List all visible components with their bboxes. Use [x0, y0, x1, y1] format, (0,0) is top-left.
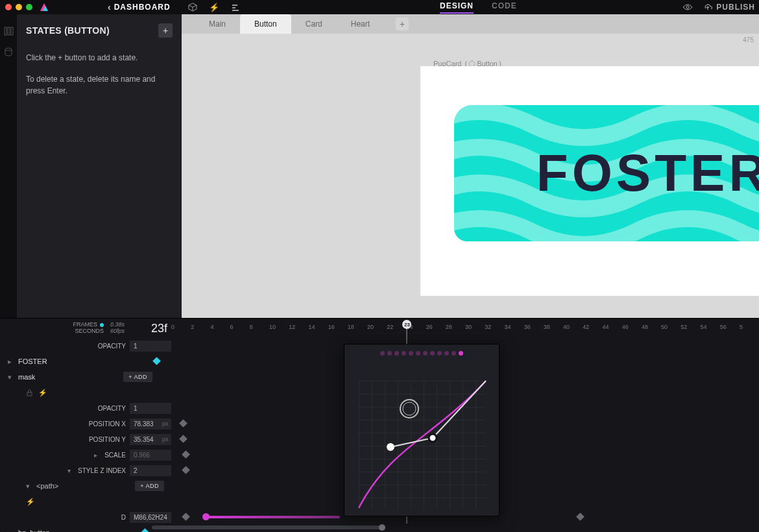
tab-heart[interactable]: Heart [337, 14, 384, 34]
dashboard-label: DASHBOARD [114, 3, 171, 12]
chevron-right-icon: ▸ [8, 357, 14, 366]
curve-preset-dots[interactable] [380, 351, 463, 356]
ruler-tick: 26 [426, 319, 446, 338]
ruler-tick: 48 [642, 319, 661, 338]
close-icon[interactable] [5, 4, 12, 10]
current-frame: 23f [130, 322, 171, 335]
keyframe[interactable] [179, 435, 187, 443]
ruler-tick: 4 [210, 319, 230, 338]
toolbar-icons: ⚡ [188, 3, 240, 12]
prop-posx-label: POSITION X [89, 420, 126, 428]
keyframe[interactable] [182, 450, 190, 459]
ruler-tick: 32 [485, 319, 504, 338]
minimize-icon[interactable] [16, 4, 22, 10]
ruler-tick: 38 [544, 319, 563, 338]
align-icon[interactable] [231, 3, 240, 12]
lock-icon[interactable] [26, 389, 33, 396]
ruler-tick: 56 [720, 319, 740, 338]
tab-main[interactable]: Main [195, 14, 240, 34]
tab-card[interactable]: Card [291, 14, 337, 34]
tab-button[interactable]: Button [240, 14, 291, 34]
ruler-tick: 52 [681, 319, 700, 338]
ruler-tick: 2 [191, 319, 210, 338]
zoom-icon[interactable] [26, 4, 32, 10]
curve-grid[interactable] [359, 381, 486, 508]
svg-rect-0 [232, 5, 237, 6]
svg-rect-5 [8, 27, 10, 35]
publish-button[interactable]: PUBLISH [703, 3, 755, 12]
foster-button-label: FOSTER [454, 105, 759, 241]
ruler-tick: 50 [661, 319, 681, 338]
ruler-tick: 16 [328, 319, 348, 338]
ruler-tick: 0 [171, 319, 191, 338]
seconds-label: SECONDS [75, 328, 104, 335]
svg-rect-4 [5, 27, 6, 35]
tab-code[interactable]: CODE [492, 1, 517, 14]
add-keyframe-button[interactable]: + ADD [135, 481, 164, 491]
control-point-p2[interactable] [429, 434, 437, 442]
chevron-right-icon: ▸ [8, 529, 14, 533]
artboard[interactable]: FOSTER [420, 66, 759, 296]
chevron-right-icon[interactable]: ▸ [94, 452, 101, 459]
scrollbar-thumb[interactable] [152, 526, 383, 529]
ruler-tick: 54 [700, 319, 719, 338]
dashboard-button[interactable]: ‹ DASHBOARD [108, 2, 171, 12]
cloud-up-icon [703, 3, 712, 12]
cube-icon[interactable] [188, 3, 197, 12]
zindex-input[interactable] [130, 465, 171, 476]
help-text-2: To delete a state, delete its name and p… [26, 73, 173, 97]
scale-input[interactable] [130, 450, 171, 461]
help-text-1: Click the + button to add a state. [26, 52, 173, 64]
playhead[interactable]: 23 [402, 320, 411, 329]
database-icon[interactable] [3, 47, 14, 57]
ruler-tick: 18 [348, 319, 367, 338]
ruler-tick: 10 [269, 319, 289, 338]
prop-d-label: D [121, 514, 126, 521]
add-state-button[interactable]: + [158, 23, 173, 38]
keyframe[interactable] [576, 513, 584, 521]
opacity-input[interactable] [130, 341, 171, 352]
ruler-tick: 12 [289, 319, 308, 338]
bezier-curve [359, 381, 486, 508]
tab-design[interactable]: DESIGN [440, 1, 474, 14]
tween-segment[interactable] [204, 516, 340, 518]
bolt-icon[interactable]: ⚡ [38, 389, 47, 397]
control-point-p1[interactable] [387, 443, 394, 451]
foster-button-element[interactable]: FOSTER [454, 105, 759, 241]
library-icon[interactable] [3, 26, 14, 36]
tool-rail [0, 14, 17, 318]
prop-zindex-label: STYLE Z INDEX [78, 467, 126, 474]
stage: Main Button Card Heart + 475 PupCard ( B… [182, 14, 759, 318]
time-mode[interactable]: FRAMES0.38s SECONDS60fps [0, 322, 130, 335]
svg-rect-6 [11, 27, 13, 35]
easing-curve-editor[interactable] [344, 344, 500, 516]
eye-icon[interactable] [682, 3, 693, 11]
mask-opacity-input[interactable] [130, 403, 171, 414]
scrollbar-knob[interactable] [379, 524, 385, 531]
timeline-ruler[interactable]: 0246810121416182022242628303234363840424… [171, 319, 759, 338]
keyframe[interactable] [182, 513, 190, 521]
prop-posy-label: POSITION Y [89, 436, 126, 443]
app-logo-icon [39, 2, 49, 12]
keyframe[interactable] [152, 357, 161, 365]
ruler-tick: 36 [524, 319, 544, 338]
bolt-icon[interactable]: ⚡ [26, 498, 35, 506]
ruler-tick: 14 [308, 319, 328, 338]
chevron-down-icon[interactable]: ▾ [67, 467, 74, 474]
d-input[interactable] [130, 512, 171, 523]
prop-opacity2-label: OPACITY [98, 405, 126, 412]
add-keyframe-button[interactable]: + ADD [123, 372, 152, 382]
ruler-tick: 40 [563, 319, 583, 338]
add-component-button[interactable]: + [396, 18, 409, 30]
ruler-tick: 28 [446, 319, 465, 338]
timeline-scrollbar[interactable] [136, 524, 759, 531]
ruler-tick: 44 [602, 319, 621, 338]
svg-point-3 [686, 6, 689, 8]
titlebar: ‹ DASHBOARD ⚡ DESIGN CODE PUBLISH [0, 0, 759, 14]
chevron-left-icon: ‹ [108, 2, 112, 12]
bolt-icon[interactable]: ⚡ [209, 3, 219, 12]
svg-point-7 [5, 48, 12, 51]
ruler-tick: 20 [367, 319, 387, 338]
keyframe[interactable] [182, 466, 190, 474]
keyframe[interactable] [179, 419, 187, 428]
